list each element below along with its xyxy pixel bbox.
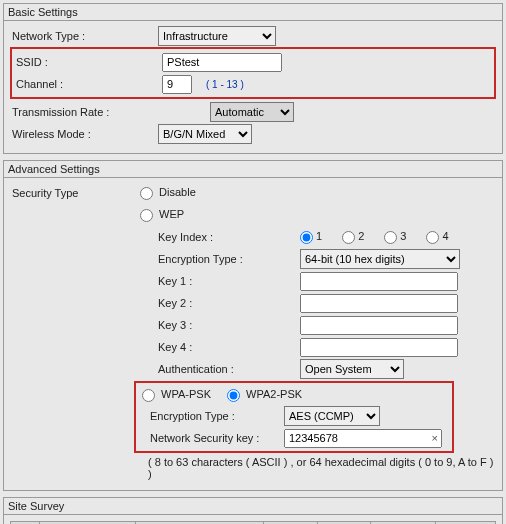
security-type-label: Security Type [10,187,140,199]
key-index-3[interactable]: 3 [384,230,406,244]
net-key-hint: ( 8 to 63 characters ( ASCII ) , or 64 h… [140,454,496,482]
ssid-label: SSID : [14,56,162,68]
security-disable-option[interactable]: Disable [140,186,196,200]
key2-label: Key 2 : [148,297,300,309]
ssid-input[interactable] [162,53,282,72]
key4-input[interactable] [300,338,458,357]
site-survey-panel: Site Survey SSID MAC address Channel Mod… [3,497,503,524]
ssid-channel-highlight: SSID : Channel : ( 1 - 13 ) [10,47,496,99]
key-index-2[interactable]: 2 [342,230,364,244]
key1-label: Key 1 : [148,275,300,287]
security-disable-radio[interactable] [140,187,153,200]
security-wep-label: WEP [159,208,184,220]
key-index-1[interactable]: 1 [300,230,322,244]
security-wpa2psk-radio[interactable] [227,389,240,402]
psk-enc-type-label: Encryption Type : [138,410,284,422]
site-survey-title: Site Survey [4,498,502,514]
advanced-settings-panel: Advanced Settings Security Type Disable … [3,160,503,491]
key1-input[interactable] [300,272,458,291]
channel-input[interactable] [162,75,192,94]
security-wpa2psk-label: WPA2-PSK [246,388,302,400]
security-wpapsk-radio[interactable] [142,389,155,402]
channel-label: Channel : [14,78,162,90]
network-type-label: Network Type : [10,30,158,42]
wireless-mode-label: Wireless Mode : [10,128,158,140]
key-index-4[interactable]: 4 [426,230,448,244]
key2-input[interactable] [300,294,458,313]
security-wpapsk-option[interactable]: WPA-PSK [142,388,211,402]
key3-input[interactable] [300,316,458,335]
wep-enc-type-select[interactable]: 64-bit (10 hex digits) [300,249,460,269]
basic-settings-panel: Basic Settings Network Type : Infrastruc… [3,3,503,154]
security-wep-option[interactable]: WEP [140,208,184,222]
wireless-mode-select[interactable]: B/G/N Mixed [158,124,252,144]
psk-enc-type-select[interactable]: AES (CCMP) [284,406,380,426]
key4-label: Key 4 : [148,341,300,353]
advanced-settings-title: Advanced Settings [4,161,502,177]
wep-enc-type-label: Encryption Type : [148,253,300,265]
net-key-label: Network Security key : [138,432,284,444]
key-index-label: Key Index : [148,231,300,243]
net-key-input[interactable] [284,429,442,448]
tx-rate-select[interactable]: Automatic [210,102,294,122]
security-disable-label: Disable [159,186,196,198]
basic-settings-title: Basic Settings [4,4,502,20]
auth-label: Authentication : [148,363,300,375]
security-wpa2psk-option[interactable]: WPA2-PSK [227,388,302,402]
security-wep-radio[interactable] [140,209,153,222]
network-type-select[interactable]: Infrastructure [158,26,276,46]
auth-select[interactable]: Open System [300,359,404,379]
tx-rate-label: Transmission Rate : [10,106,210,118]
clear-input-icon[interactable]: × [432,432,438,444]
key3-label: Key 3 : [148,319,300,331]
wpa-highlight: WPA-PSK WPA2-PSK Encryption Type : AES (… [134,381,454,453]
channel-range-hint: ( 1 - 13 ) [206,79,244,90]
security-wpapsk-label: WPA-PSK [161,388,211,400]
